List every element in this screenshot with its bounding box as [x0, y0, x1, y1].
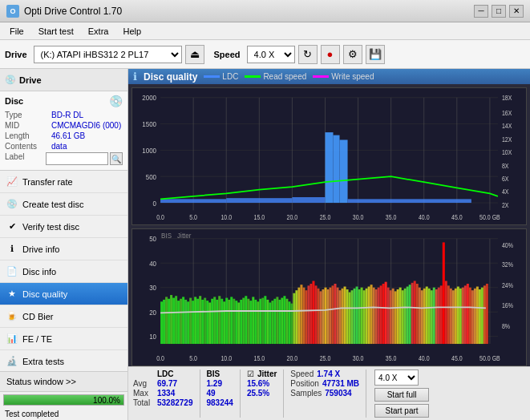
svg-rect-110: [242, 298, 245, 344]
svg-text:35.0: 35.0: [386, 355, 397, 363]
sidebar-item-disc-info[interactable]: 📄 Disc info: [0, 260, 127, 283]
svg-text:1000: 1000: [142, 146, 156, 155]
svg-text:50.0 GB: 50.0 GB: [479, 214, 500, 222]
stats-bis: BIS 1.29 49 983244: [207, 370, 233, 407]
legend-write-speed-label: Write speed: [331, 72, 374, 81]
svg-rect-206: [474, 289, 476, 344]
window-controls: ─ □ ✕: [474, 5, 524, 18]
sidebar-item-cd-bier-label: CD Bier: [22, 312, 54, 321]
disc-label-button[interactable]: 🔍: [110, 152, 123, 165]
svg-rect-143: [322, 289, 324, 344]
svg-rect-126: [281, 298, 283, 344]
svg-rect-191: [438, 288, 440, 344]
svg-rect-89: [192, 301, 194, 344]
svg-rect-117: [259, 299, 261, 344]
svg-rect-108: [237, 302, 240, 344]
svg-rect-106: [233, 299, 235, 344]
speed-row-speed: Speed 1.74 X: [290, 370, 359, 378]
sidebar-item-fe-te[interactable]: 📊 FE / TE: [0, 328, 127, 350]
stats-bis-max: 49: [207, 389, 233, 398]
transfer-rate-icon: 📈: [6, 176, 18, 188]
sidebar-item-transfer-rate[interactable]: 📈 Transfer rate: [0, 171, 127, 193]
menu-start-test[interactable]: Start test: [32, 25, 80, 38]
drive-label: Drive: [5, 50, 27, 59]
sidebar-item-create-test-disc[interactable]: 💿 Create test disc: [0, 193, 127, 216]
svg-rect-210: [483, 285, 486, 344]
stats-ldc-avg: Avg 69.77: [133, 379, 193, 388]
disc-length-value: 46.61 GB: [51, 131, 123, 140]
disc-label-input[interactable]: [46, 152, 108, 165]
sidebar-item-disc-quality[interactable]: ★ Disc quality: [0, 283, 127, 305]
start-full-button[interactable]: Start full: [374, 388, 429, 402]
stats-ldc-max-value: 1334: [157, 389, 175, 398]
sidebar-item-disc-info-label: Disc info: [22, 267, 56, 277]
close-button[interactable]: ✕: [509, 5, 524, 18]
menu-extra[interactable]: Extra: [82, 25, 115, 38]
stats-divider-2: [240, 370, 241, 418]
svg-rect-172: [392, 289, 394, 344]
svg-rect-96: [208, 302, 211, 344]
settings-button[interactable]: ⚙: [343, 45, 362, 64]
svg-rect-82: [175, 296, 177, 344]
speed-select[interactable]: 4.0 X: [247, 46, 295, 63]
burn-button[interactable]: ●: [321, 45, 340, 64]
progress-text: 100.0%: [93, 395, 120, 406]
svg-rect-153: [346, 289, 349, 344]
svg-rect-176: [402, 290, 404, 344]
menu-file[interactable]: File: [3, 25, 30, 38]
stats-speed-select[interactable]: 4.0 X: [374, 370, 419, 386]
sidebar-item-drive-info[interactable]: ℹ Drive info: [0, 238, 127, 260]
svg-rect-158: [358, 289, 361, 344]
svg-rect-109: [240, 300, 242, 344]
svg-rect-76: [160, 301, 163, 344]
disc-contents-label: Contents: [5, 142, 51, 151]
sidebar-item-verify-test-disc[interactable]: ✔ Verify test disc: [0, 216, 127, 238]
refresh-button[interactable]: ↻: [298, 45, 318, 64]
svg-rect-211: [486, 284, 488, 344]
legend-read-speed-color: [245, 75, 261, 78]
svg-rect-107: [235, 301, 237, 344]
disc-type-row: Type BD-R DL: [5, 111, 123, 119]
stats-divider-4: [366, 370, 366, 418]
svg-rect-171: [390, 290, 392, 344]
drive-select[interactable]: (K:) ATAPI iHBS312 2 PL17: [34, 46, 182, 63]
disc-quality-icon: ★: [6, 289, 18, 300]
chart-bis-svg: 50 40 30 20 10 40% 32% 24% 16% 8% BIS Ji…: [132, 229, 526, 365]
svg-rect-104: [228, 300, 230, 344]
maximize-button[interactable]: □: [492, 5, 506, 18]
legend-read-speed-label: Read speed: [263, 72, 306, 81]
drive-icon: 💿: [5, 75, 16, 85]
svg-rect-157: [356, 287, 358, 345]
svg-text:30.0: 30.0: [353, 214, 364, 222]
svg-rect-181: [414, 281, 416, 344]
svg-rect-207: [476, 287, 479, 345]
sidebar-item-verify-test-disc-label: Verify test disc: [22, 222, 79, 232]
svg-text:16X: 16X: [502, 109, 512, 117]
svg-rect-134: [300, 285, 302, 344]
svg-text:40.0: 40.0: [419, 355, 430, 363]
svg-text:25.0: 25.0: [320, 355, 331, 363]
position-value: 47731 MB: [322, 379, 359, 388]
save-button[interactable]: 💾: [366, 45, 385, 64]
status-window-button[interactable]: Status window >>: [0, 371, 127, 392]
svg-rect-165: [375, 289, 378, 344]
disc-section-icon: 💿: [109, 95, 123, 107]
stats-jitter-title: Jitter: [257, 370, 277, 378]
disc-type-value: BD-R DL: [51, 111, 123, 119]
sidebar-nav: 📈 Transfer rate 💿 Create test disc ✔ Ver…: [0, 171, 127, 371]
jitter-checkbox[interactable]: ☑: [247, 370, 254, 378]
svg-rect-136: [305, 290, 307, 344]
eject-button[interactable]: ⏏: [185, 45, 204, 64]
svg-rect-91: [196, 299, 199, 344]
start-part-button[interactable]: Start part: [374, 404, 429, 418]
sidebar-item-cd-bier[interactable]: 🍺 CD Bier: [0, 305, 127, 328]
svg-text:20.0: 20.0: [287, 355, 298, 363]
minimize-button[interactable]: ─: [474, 5, 488, 18]
svg-text:500: 500: [146, 172, 157, 181]
svg-rect-186: [426, 287, 428, 345]
menu-help[interactable]: Help: [116, 25, 148, 38]
fe-te-icon: 📊: [6, 333, 18, 345]
svg-text:40.0: 40.0: [419, 214, 430, 222]
stats-ldc: LDC Avg 69.77 Max 1334 Total 53282729: [133, 370, 193, 407]
sidebar-item-extra-tests[interactable]: 🔬 Extra tests: [0, 350, 127, 371]
